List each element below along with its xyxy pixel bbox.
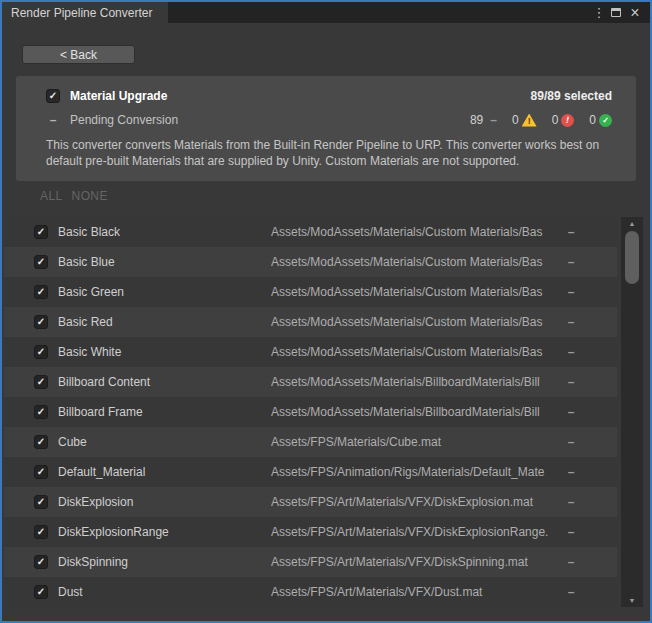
material-path: Assets/ModAssets/Materials/Custom Materi… bbox=[271, 345, 557, 359]
table-row[interactable]: Basic Red Assets/ModAssets/Materials/Cus… bbox=[4, 307, 617, 337]
material-name: Cube bbox=[58, 435, 271, 449]
row-checkbox[interactable] bbox=[34, 525, 48, 539]
converter-description: This converter converts Materials from t… bbox=[46, 137, 612, 169]
window-tab[interactable]: Render Pipeline Converter bbox=[2, 2, 168, 23]
table-row[interactable]: Cube Assets/FPS/Materials/Cube.mat – bbox=[4, 427, 617, 457]
window-title: Render Pipeline Converter bbox=[11, 6, 152, 20]
material-name: Billboard Content bbox=[58, 375, 271, 389]
success-count-group: 0 bbox=[589, 113, 612, 127]
row-status-dash-icon: – bbox=[561, 525, 581, 539]
warning-icon bbox=[522, 114, 537, 127]
success-icon bbox=[599, 114, 612, 127]
table-row[interactable]: DiskSpinning Assets/FPS/Art/Materials/VF… bbox=[4, 547, 617, 577]
material-path: Assets/FPS/Animation/Rigs/Materials/Defa… bbox=[271, 465, 557, 479]
material-rows: Basic Black Assets/ModAssets/Materials/C… bbox=[4, 217, 617, 607]
scroll-down-icon[interactable]: ▼ bbox=[621, 594, 643, 607]
material-path: Assets/ModAssets/Materials/BillboardMate… bbox=[271, 375, 557, 389]
material-path: Assets/FPS/Art/Materials/VFX/DiskSpinnin… bbox=[271, 555, 557, 569]
row-checkbox[interactable] bbox=[34, 465, 48, 479]
table-row[interactable]: DiskExplosion Assets/FPS/Art/Materials/V… bbox=[4, 487, 617, 517]
row-checkbox[interactable] bbox=[34, 585, 48, 599]
row-status-dash-icon: – bbox=[561, 375, 581, 389]
material-path: Assets/FPS/Art/Materials/VFX/Dust.mat bbox=[271, 585, 557, 599]
material-name: Billboard Frame bbox=[58, 405, 271, 419]
row-status-dash-icon: – bbox=[561, 435, 581, 449]
row-status-dash-icon: – bbox=[561, 255, 581, 269]
row-checkbox[interactable] bbox=[34, 255, 48, 269]
converter-title: Material Upgrade bbox=[70, 89, 167, 103]
row-checkbox[interactable] bbox=[34, 225, 48, 239]
row-status-dash-icon: – bbox=[561, 465, 581, 479]
maximize-icon[interactable] bbox=[611, 2, 621, 23]
scroll-up-icon[interactable]: ▲ bbox=[621, 217, 643, 230]
close-icon[interactable]: × bbox=[628, 2, 642, 23]
row-status-dash-icon: – bbox=[561, 555, 581, 569]
material-name: Basic Green bbox=[58, 285, 271, 299]
table-row[interactable]: Default_Material Assets/FPS/Animation/Ri… bbox=[4, 457, 617, 487]
back-button[interactable]: < Back bbox=[22, 45, 135, 64]
row-checkbox[interactable] bbox=[34, 435, 48, 449]
table-row[interactable]: Basic White Assets/ModAssets/Materials/C… bbox=[4, 337, 617, 367]
material-name: Dust bbox=[58, 585, 271, 599]
row-status-dash-icon: – bbox=[561, 315, 581, 329]
material-list: Basic Black Assets/ModAssets/Materials/C… bbox=[4, 217, 648, 619]
table-row[interactable]: Basic Blue Assets/ModAssets/Materials/Cu… bbox=[4, 247, 617, 277]
material-name: Basic Red bbox=[58, 315, 271, 329]
material-name: Basic Blue bbox=[58, 255, 271, 269]
row-status-dash-icon: – bbox=[561, 495, 581, 509]
row-checkbox[interactable] bbox=[34, 555, 48, 569]
row-checkbox[interactable] bbox=[34, 285, 48, 299]
select-none-link[interactable]: NONE bbox=[72, 189, 108, 203]
material-name: Basic Black bbox=[58, 225, 271, 239]
material-path: Assets/ModAssets/Materials/Custom Materi… bbox=[271, 225, 557, 239]
material-path: Assets/FPS/Art/Materials/VFX/DiskExplosi… bbox=[271, 525, 557, 539]
table-row[interactable]: DiskExplosionRange Assets/FPS/Art/Materi… bbox=[4, 517, 617, 547]
material-name: DiskExplosion bbox=[58, 495, 271, 509]
row-status-dash-icon: – bbox=[561, 585, 581, 599]
material-name: Default_Material bbox=[58, 465, 271, 479]
row-checkbox[interactable] bbox=[34, 495, 48, 509]
table-row[interactable]: Basic Green Assets/ModAssets/Materials/C… bbox=[4, 277, 617, 307]
table-row[interactable]: Billboard Content Assets/ModAssets/Mater… bbox=[4, 367, 617, 397]
row-status-dash-icon: – bbox=[561, 285, 581, 299]
warning-count-group: 0 bbox=[512, 113, 537, 127]
kebab-menu-icon[interactable]: ⋮ bbox=[594, 2, 604, 23]
table-row[interactable]: Dust Assets/FPS/Art/Materials/VFX/Dust.m… bbox=[4, 577, 617, 607]
material-path: Assets/ModAssets/Materials/BillboardMate… bbox=[271, 405, 557, 419]
pending-count: 89 bbox=[470, 113, 483, 127]
table-row[interactable]: Basic Black Assets/ModAssets/Materials/C… bbox=[4, 217, 617, 247]
converter-header-row: Material Upgrade 89/89 selected bbox=[46, 89, 612, 103]
material-path: Assets/FPS/Art/Materials/VFX/DiskExplosi… bbox=[271, 495, 557, 509]
material-name: DiskExplosionRange bbox=[58, 525, 271, 539]
error-icon bbox=[561, 114, 574, 127]
material-path: Assets/ModAssets/Materials/Custom Materi… bbox=[271, 255, 557, 269]
titlebar: Render Pipeline Converter ⋮ × bbox=[2, 2, 650, 23]
render-pipeline-converter-window: Render Pipeline Converter ⋮ × < Back Mat… bbox=[0, 0, 652, 623]
success-count: 0 bbox=[589, 113, 596, 127]
material-upgrade-checkbox[interactable] bbox=[46, 89, 60, 103]
pending-conversion-row: – Pending Conversion 89 – 0 0 0 bbox=[46, 113, 612, 127]
select-all-link[interactable]: ALL bbox=[40, 189, 63, 203]
row-checkbox[interactable] bbox=[34, 375, 48, 389]
scrollbar-thumb[interactable] bbox=[625, 231, 639, 284]
row-checkbox[interactable] bbox=[34, 345, 48, 359]
pending-dash-icon: – bbox=[46, 113, 60, 127]
maximize-box-glyph bbox=[611, 8, 621, 17]
material-path: Assets/FPS/Materials/Cube.mat bbox=[271, 435, 557, 449]
titlebar-spacer bbox=[168, 2, 594, 23]
material-name: DiskSpinning bbox=[58, 555, 271, 569]
vertical-scrollbar[interactable]: ▲ ▼ bbox=[621, 217, 643, 607]
table-row[interactable]: Billboard Frame Assets/ModAssets/Materia… bbox=[4, 397, 617, 427]
error-count-group: 0 bbox=[552, 113, 575, 127]
scrollbar-track[interactable] bbox=[621, 230, 643, 594]
row-status-dash-icon: – bbox=[561, 225, 581, 239]
material-name: Basic White bbox=[58, 345, 271, 359]
material-path: Assets/ModAssets/Materials/Custom Materi… bbox=[271, 285, 557, 299]
toolbar: < Back bbox=[2, 23, 650, 70]
row-status-dash-icon: – bbox=[561, 345, 581, 359]
row-checkbox[interactable] bbox=[34, 315, 48, 329]
material-path: Assets/ModAssets/Materials/Custom Materi… bbox=[271, 315, 557, 329]
row-checkbox[interactable] bbox=[34, 405, 48, 419]
status-counts: 89 – 0 0 0 bbox=[470, 113, 612, 127]
selection-links: ALL NONE bbox=[2, 181, 650, 210]
